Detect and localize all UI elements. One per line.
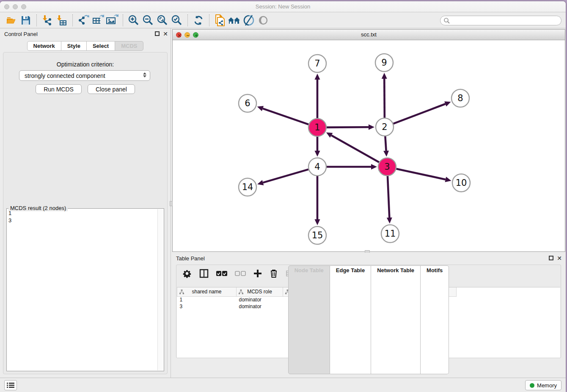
close-panel-button[interactable]: Close panel [88,84,135,94]
network-window-titlebar[interactable]: scc.txt [173,30,565,40]
edge-arrow-1-6 [257,106,264,111]
table-panel-header: Table Panel ✕ [172,253,565,264]
run-mcds-button[interactable]: Run MCDS [36,84,82,94]
export-table-icon[interactable] [91,14,105,27]
network-window-title: scc.txt [173,31,565,38]
close-table-panel-icon[interactable]: ✕ [557,255,562,262]
show-log-console-button[interactable] [4,380,17,390]
criterion-select[interactable]: strongly connected component [19,70,150,81]
graph-node-7[interactable]: 7 [308,55,326,72]
edge-4-14[interactable] [263,169,308,182]
tab-motifs[interactable]: Motifs [421,265,449,374]
network-canvas[interactable]: 7968124314101511 [173,41,565,251]
svg-text:10: 10 [456,178,467,188]
search-input[interactable] [440,16,561,25]
edge-3-11[interactable] [388,176,389,218]
memory-label: Memory [537,382,557,389]
edge-2-9[interactable] [384,79,385,118]
import-table-icon[interactable] [55,14,69,27]
svg-text:14: 14 [242,182,253,192]
toolbar-separator [187,14,188,26]
window-title: Session: New Session [0,3,566,10]
svg-text:4: 4 [314,162,320,172]
tab-network-table[interactable]: Network Table [371,265,421,374]
result-scrollbar[interactable] [157,209,163,370]
refresh-icon[interactable] [191,14,206,27]
svg-text:11: 11 [385,229,396,239]
control-panel: Control Panel ✕ NetworkStyleSelectMCDS O… [0,28,171,378]
graph-node-9[interactable]: 9 [375,54,393,72]
edge-arrow-1-7 [315,74,320,80]
memory-button[interactable]: Memory [525,380,561,390]
import-network-icon[interactable] [40,14,55,27]
copy-network-view-icon[interactable] [213,14,227,27]
tab-node-table[interactable]: Node Table [288,265,330,374]
save-session-icon[interactable] [19,14,33,27]
edge-3-10[interactable] [396,169,445,179]
float-panel-icon[interactable] [155,31,160,36]
edge-arrow-4-15 [315,219,320,225]
tab-select[interactable]: Select [87,41,115,51]
list-icon [7,382,14,388]
toolbar-separator [209,14,209,26]
zoom-fit-icon[interactable] [155,14,170,27]
search-field-wrap [440,16,561,25]
graph-node-2[interactable]: 2 [376,118,394,136]
control-panel-tabs: NetworkStyleSelectMCDS [0,41,171,51]
export-image-icon[interactable] [105,14,119,27]
zoom-in-icon[interactable] [127,14,141,27]
graph-node-3[interactable]: 3 [378,158,396,176]
edge-2-3[interactable] [385,136,386,151]
vertical-splitter-handle[interactable] [170,201,173,206]
hide-graphics-details-icon[interactable] [256,14,270,27]
network-view-window: scc.txt 7968124314101511 [172,29,565,252]
close-panel-icon[interactable]: ✕ [163,30,168,37]
edge-arrow-4-14 [257,180,264,185]
edge-arrow-2-3 [383,151,389,157]
toolbar-separator [123,14,123,26]
tab-mcds[interactable]: MCDS [115,41,143,51]
tab-network[interactable]: Network [27,41,61,51]
open-session-icon[interactable] [4,14,19,27]
edge-1-2[interactable] [327,127,369,127]
zoom-out-icon[interactable] [141,14,155,27]
network-graph[interactable]: 7968124314101511 [173,41,565,252]
svg-text:9: 9 [381,58,387,68]
app-window: Session: New Session [0,1,566,392]
graph-node-6[interactable]: 6 [239,94,256,112]
float-table-panel-icon[interactable] [549,256,553,260]
mcds-result-list[interactable]: 1 3 [8,210,157,370]
edge-3-1[interactable] [331,135,379,163]
edge-arrow-4-3 [371,164,377,170]
graph-node-11[interactable]: 11 [381,225,399,243]
home-icon[interactable] [227,14,242,27]
graph-node-14[interactable]: 14 [239,178,256,196]
memory-status-icon [530,383,534,388]
svg-text:2: 2 [382,122,387,132]
graph-node-8[interactable]: 8 [451,89,469,107]
edge-arrow-3-10 [445,177,451,182]
graph-node-4[interactable]: 4 [308,158,326,176]
tab-edge-table[interactable]: Edge Table [330,265,371,374]
svg-text:6: 6 [245,98,250,108]
edge-2-8[interactable] [394,104,446,124]
main-toolbar [0,13,566,28]
graph-node-1[interactable]: 1 [308,119,326,136]
zoom-selected-icon[interactable] [170,14,184,27]
style-preview-icon[interactable] [242,14,256,27]
export-network-icon[interactable] [76,14,91,27]
graph-node-10[interactable]: 10 [452,174,470,192]
edge-arrow-3-11 [387,218,392,224]
control-panel-title: Control Panel [4,31,38,37]
status-bar: Memory [0,378,566,392]
control-panel-header: Control Panel ✕ [0,28,171,39]
mcds-buttons-row: Run MCDS Close panel [3,84,167,94]
toolbar-separator [36,14,37,26]
tab-style[interactable]: Style [61,41,87,51]
graph-node-15[interactable]: 15 [308,226,326,244]
select-chevrons-icon [143,72,146,77]
edge-1-6[interactable] [263,108,308,124]
svg-text:15: 15 [312,230,323,240]
edge-arrow-1-4 [315,151,320,157]
svg-text:1: 1 [314,122,320,133]
